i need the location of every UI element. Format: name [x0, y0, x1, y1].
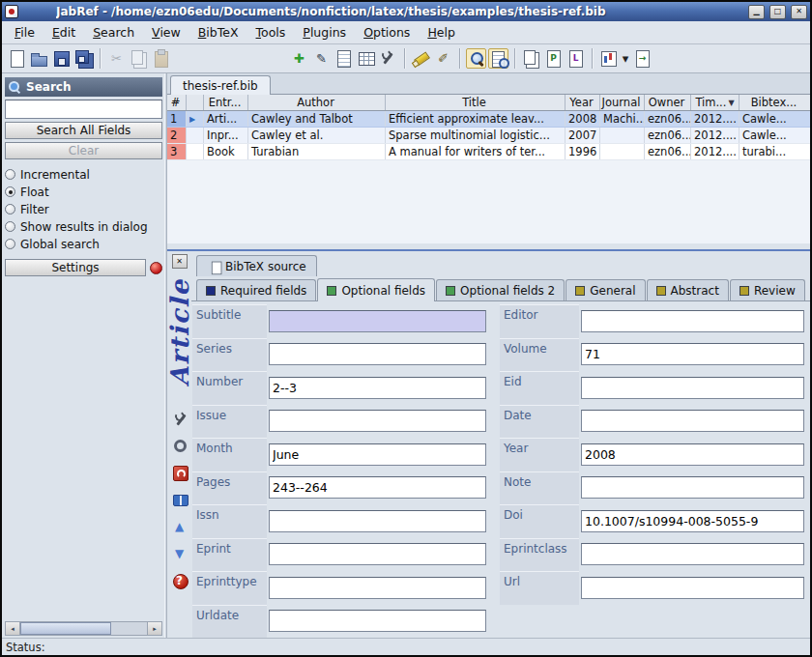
editor-tab[interactable]: Abstract — [647, 279, 729, 300]
year-cell[interactable]: 2008 — [566, 111, 600, 127]
column-header[interactable]: # — [167, 95, 187, 110]
menu-item[interactable]: Plugins — [294, 21, 355, 43]
row-number-cell[interactable]: 3 — [167, 144, 187, 159]
row-number-cell[interactable]: 2 — [167, 128, 187, 143]
open-library-icon[interactable] — [29, 48, 49, 69]
editor-tab[interactable]: Required fields — [196, 279, 316, 300]
menu-item[interactable]: File — [6, 21, 44, 43]
bibtexkey-cell[interactable]: Cawle... — [740, 111, 810, 127]
field-input[interactable] — [269, 443, 486, 466]
search-mode-radio[interactable]: Global search — [5, 237, 162, 251]
close-entry-editor-icon[interactable]: ✕ — [172, 254, 188, 269]
search-mode-radio[interactable]: Filter — [5, 202, 162, 216]
titlebar[interactable]: JabRef - /home/ezn06edu/Documents/nonfic… — [2, 2, 810, 21]
search-mode-radio[interactable]: Show results in dialog — [5, 219, 162, 234]
search-indicator-icon[interactable] — [150, 262, 162, 274]
year-cell[interactable]: 1996 — [566, 144, 600, 159]
menu-item[interactable]: Search — [84, 21, 143, 43]
author-cell[interactable]: Turabian — [248, 144, 386, 159]
field-input[interactable] — [269, 510, 486, 532]
field-input[interactable] — [269, 343, 486, 365]
editor-tab[interactable]: Review — [730, 279, 805, 300]
scroll-right-icon[interactable] — [147, 622, 161, 635]
search-mode-radio[interactable]: Float — [5, 185, 162, 199]
cut-icon[interactable]: ✂ — [106, 48, 127, 69]
column-header[interactable]: Owner — [645, 95, 691, 110]
clear-button[interactable]: Clear — [5, 142, 162, 159]
scrollbar-track[interactable] — [20, 622, 147, 635]
next-entry-icon[interactable]: ▼ — [171, 545, 188, 562]
table-row[interactable]: 1 ▶ Arti... Cawley and Talbot Efficient … — [167, 111, 810, 128]
mark-entries-icon[interactable] — [411, 48, 431, 69]
edit-preamble-icon[interactable] — [356, 48, 376, 69]
table-row[interactable]: 3 Book Turabian A manual for writers of … — [167, 144, 810, 160]
fetch-web-icon[interactable]: → — [632, 48, 652, 69]
menu-item[interactable]: BibTeX — [189, 21, 247, 43]
push-dropdown-icon[interactable]: ▾ — [621, 48, 630, 69]
field-input[interactable] — [269, 476, 486, 499]
maximize-button[interactable]: □ — [769, 5, 786, 19]
menu-item[interactable]: Help — [419, 21, 464, 43]
edit-entry-icon[interactable]: ✎ — [311, 48, 332, 69]
editor-tab[interactable]: Optional fields 2 — [436, 279, 565, 300]
bibtexkey-cell[interactable]: turabi... — [740, 144, 810, 159]
scrollbar-thumb[interactable] — [20, 622, 111, 635]
open-url-icon[interactable] — [171, 491, 188, 508]
field-input[interactable] — [581, 577, 804, 599]
menu-item[interactable]: Tools — [247, 21, 295, 43]
timestamp-cell[interactable]: 2012.... — [691, 144, 740, 159]
timestamp-cell[interactable]: 2012.... — [691, 111, 740, 127]
save-all-icon[interactable] — [73, 48, 94, 69]
column-header[interactable]: Year — [566, 95, 600, 110]
help-icon[interactable]: ? — [171, 572, 188, 589]
close-button[interactable]: ✕ — [791, 5, 807, 19]
sidebar-horizontal-scrollbar[interactable] — [5, 621, 162, 636]
settings-button[interactable]: Settings — [5, 259, 146, 276]
settings-gear-icon[interactable] — [171, 437, 188, 454]
cleanup-icon[interactable] — [378, 48, 398, 69]
field-input[interactable] — [581, 410, 804, 432]
previous-entry-icon[interactable]: ▲ — [171, 518, 188, 535]
minimize-button[interactable]: ▁ — [748, 5, 765, 19]
field-input[interactable] — [269, 610, 486, 632]
push-to-openoffice-icon[interactable] — [598, 48, 619, 69]
copy-key-icon[interactable] — [521, 48, 541, 69]
journal-cell[interactable] — [600, 144, 645, 159]
toggle-preview-icon[interactable] — [488, 48, 508, 69]
library-tab[interactable]: thesis-ref.bib — [170, 75, 271, 95]
toggle-search-icon[interactable] — [466, 48, 486, 69]
author-cell[interactable]: Cawley et al. — [248, 128, 386, 143]
field-input[interactable] — [581, 310, 804, 332]
field-input[interactable] — [581, 443, 804, 466]
menu-item[interactable]: Edit — [44, 21, 84, 43]
editor-tab[interactable]: General — [566, 279, 645, 300]
column-header[interactable]: Bibtex... — [740, 95, 810, 110]
title-cell[interactable]: A manual for writers of ter... — [386, 144, 566, 159]
paste-icon[interactable] — [151, 48, 171, 69]
column-header[interactable]: Author — [248, 95, 386, 110]
column-header[interactable]: Tim... ▼ — [691, 95, 740, 110]
column-header[interactable]: Title — [386, 95, 566, 110]
owner-cell[interactable]: ezn06... — [645, 144, 691, 159]
field-input[interactable] — [581, 476, 804, 499]
year-cell[interactable]: 2007 — [566, 128, 600, 143]
field-input[interactable] — [581, 543, 804, 565]
journal-cell[interactable] — [600, 128, 645, 143]
new-entry-icon[interactable]: ✚ — [289, 48, 309, 69]
title-cell[interactable]: Efficient approximate leav... — [386, 111, 566, 127]
field-input[interactable] — [269, 310, 486, 332]
menu-item[interactable]: Options — [355, 21, 419, 43]
scroll-left-icon[interactable] — [6, 622, 20, 635]
column-header[interactable] — [187, 95, 204, 110]
push-to-lyx-icon[interactable]: L — [566, 48, 586, 69]
title-cell[interactable]: Sparse multinomial logistic... — [386, 128, 566, 143]
entrytype-cell[interactable]: Inpr... — [204, 128, 248, 143]
copy-icon[interactable] — [129, 48, 149, 69]
new-library-icon[interactable] — [7, 48, 27, 69]
column-header[interactable]: Journal — [600, 95, 645, 110]
row-number-cell[interactable]: 1 — [167, 111, 187, 127]
push-to-latex-icon[interactable]: P — [543, 48, 564, 69]
generate-key-icon[interactable] — [171, 410, 188, 427]
save-library-icon[interactable] — [51, 48, 72, 69]
owner-cell[interactable]: ezn06... — [645, 111, 691, 127]
